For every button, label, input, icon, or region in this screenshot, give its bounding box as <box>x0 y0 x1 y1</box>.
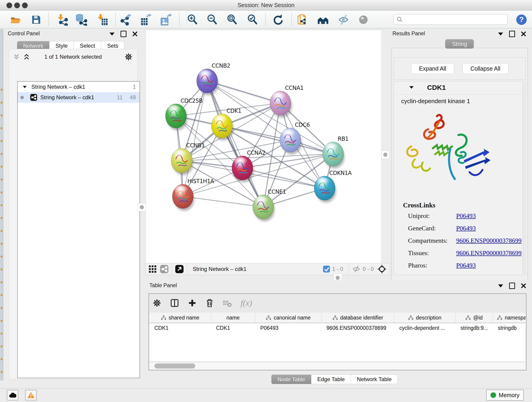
splitter-grip[interactable] <box>381 151 389 159</box>
table-cell[interactable]: stringdb:9... <box>456 323 493 333</box>
column-header-database-identifier[interactable]: database identifier <box>322 313 394 323</box>
close-panel-icon[interactable] <box>133 32 138 36</box>
gene-section-header[interactable]: CDK1 <box>394 81 526 95</box>
network-node-CDKN1A[interactable]: CDKN1A <box>314 170 352 203</box>
show-columns-icon[interactable] <box>170 298 179 307</box>
network-node-RB1[interactable]: RB1 <box>323 136 348 168</box>
network-collection-row[interactable]: String Network – cdk1 1 <box>18 82 139 92</box>
table-cell[interactable]: cyclin-dependent ... <box>394 323 456 333</box>
close-panel-icon[interactable] <box>521 283 526 288</box>
network-edge-CCNB2-CCNE1[interactable] <box>207 81 263 207</box>
memory-button[interactable]: Memory <box>486 390 524 401</box>
network-node-CCNA1[interactable]: CCNA1 <box>270 85 304 118</box>
column-header-name[interactable]: name <box>211 313 255 323</box>
crosslink-label: Tissues: <box>408 249 456 257</box>
export-network-icon[interactable] <box>119 14 132 26</box>
node-table[interactable]: shared namenamecanonical namedatabase id… <box>149 313 526 361</box>
export-image-icon[interactable] <box>159 14 172 26</box>
crosslink-link[interactable]: P06493 <box>456 262 476 269</box>
column-header-shared-name[interactable]: shared name <box>149 313 211 323</box>
node-label-CDC6: CDC6 <box>295 122 310 128</box>
column-header-@id[interactable]: @id <box>456 313 493 323</box>
table-cell[interactable]: CDK1 <box>211 323 255 333</box>
warning-status-button[interactable] <box>25 390 37 400</box>
table-cell[interactable]: CDK1 <box>149 323 211 333</box>
grid-view-icon[interactable] <box>149 265 157 273</box>
export-table-icon[interactable] <box>139 14 152 26</box>
panel-menu-icon[interactable] <box>498 284 503 287</box>
tab-string[interactable]: String <box>445 39 474 49</box>
column-type-icon <box>408 315 413 320</box>
add-column-icon[interactable] <box>188 299 196 307</box>
column-header-namespac[interactable]: namespac <box>493 313 526 323</box>
import-network-from-database-icon[interactable] <box>75 14 88 26</box>
network-node-HIST1H1A[interactable]: HIST1H1A <box>172 178 214 211</box>
network-node-CCNB2[interactable]: CCNB2 <box>196 63 230 95</box>
panel-menu-icon[interactable] <box>498 32 503 36</box>
gene-expander-icon[interactable] <box>409 86 414 89</box>
crosslink-link[interactable]: 9606.ENSP00000378699 <box>456 249 521 257</box>
zoom-fit-icon[interactable] <box>226 14 239 26</box>
network-node-CCNE1[interactable]: CCNE1 <box>253 189 286 221</box>
collection-label: String Network – cdk1 <box>32 84 85 90</box>
selected-checkbox-icon[interactable] <box>323 266 330 273</box>
results-scrollbar[interactable] <box>522 82 525 274</box>
network-node-CCNB1[interactable]: CCNB1 <box>171 142 205 175</box>
zoom-out-icon[interactable] <box>206 14 219 26</box>
network-node-count: 11 <box>117 94 123 101</box>
function-builder-icon: f(x) <box>241 298 252 308</box>
crosslink-link[interactable]: 9606.ENSP00000378699 <box>456 237 521 244</box>
network-edge-HIST1H1A-CCNE1[interactable] <box>183 196 263 207</box>
network-view-icon[interactable] <box>160 265 168 273</box>
table-cell[interactable]: 9606.ENSP00000378699 <box>322 323 394 333</box>
current-network-dot-icon <box>20 96 24 99</box>
detach-view-icon[interactable] <box>175 265 184 274</box>
table-horizontal-scrollbar[interactable] <box>149 362 526 370</box>
float-panel-icon[interactable] <box>509 283 515 289</box>
cloud-status-button[interactable] <box>7 390 18 400</box>
protein-structure-image <box>401 108 499 199</box>
tab-edge-table[interactable]: Edge Table <box>311 375 351 384</box>
update-network-icon[interactable] <box>272 14 284 26</box>
collection-expander-icon[interactable] <box>23 86 27 88</box>
float-panel-icon[interactable] <box>509 31 515 37</box>
panel-menu-icon[interactable] <box>109 32 114 36</box>
left-splitter-grip[interactable] <box>138 203 146 211</box>
column-header-canonical-name[interactable]: canonical name <box>255 313 322 323</box>
open-session-icon[interactable] <box>9 14 22 26</box>
network-row-selected[interactable]: String Network – cdk1 11 48 <box>18 92 139 103</box>
tab-node-table[interactable]: Node Table <box>271 375 311 384</box>
close-panel-icon[interactable] <box>521 32 526 36</box>
help-icon[interactable]: ? <box>515 14 528 26</box>
import-table-from-file-icon[interactable] <box>96 14 109 26</box>
table-row[interactable]: CDK1CDK1P064939606.ENSP00000378699cyclin… <box>149 323 526 333</box>
network-canvas[interactable]: CCNB2CCNA1CDC25BCDK1CDC6RB1CCNB1CCNA2CDK… <box>145 30 381 264</box>
table-cell[interactable]: stringdb <box>493 323 526 333</box>
crosslink-link[interactable]: P06493 <box>456 212 476 220</box>
zoom-in-icon[interactable] <box>186 14 199 26</box>
delete-column-icon[interactable] <box>205 298 214 307</box>
crosslink-row: Uniprot:P06493 <box>408 212 526 220</box>
birdseye-view-icon[interactable] <box>377 264 386 274</box>
table-cell[interactable]: P06493 <box>255 323 322 333</box>
import-network-from-file-icon[interactable] <box>56 14 69 26</box>
search-input[interactable] <box>404 16 507 23</box>
crosslink-link[interactable]: P06493 <box>456 225 476 232</box>
column-header-description[interactable]: description <box>394 313 456 323</box>
show-results-icon[interactable] <box>357 14 370 26</box>
collapse-all-button[interactable]: Collapse All <box>462 63 508 74</box>
canvas-splitter[interactable] <box>381 30 389 263</box>
table-options-gear-icon[interactable] <box>152 299 161 307</box>
search-field[interactable] <box>394 14 508 25</box>
zoom-selected-icon[interactable] <box>246 14 259 26</box>
string-document-icon[interactable] <box>297 14 309 26</box>
hide-results-icon[interactable] <box>337 14 350 26</box>
scrollbar-thumb[interactable] <box>154 364 195 369</box>
expand-all-button[interactable]: Expand All <box>411 63 454 74</box>
column-type-icon <box>465 315 471 320</box>
network-options-gear-icon[interactable] <box>124 53 133 61</box>
save-session-icon[interactable] <box>30 14 43 26</box>
tab-network-table[interactable]: Network Table <box>351 375 398 384</box>
float-panel-icon[interactable] <box>120 31 127 37</box>
string-home-icon[interactable] <box>317 14 330 26</box>
